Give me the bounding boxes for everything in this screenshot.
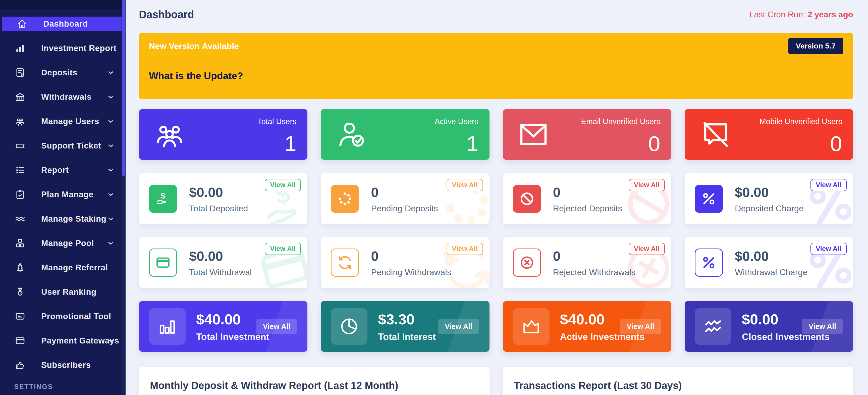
chevron-down-icon: [106, 68, 115, 77]
ticket-icon: [14, 140, 26, 151]
view-all-button[interactable]: View All: [629, 243, 665, 255]
summary-card-rejected-deposits: 0 Rejected Deposits View All: [503, 173, 671, 224]
sidebar-item-manage-users[interactable]: Manage Users: [0, 114, 126, 129]
sidebar-item-label: Manage Pool: [41, 239, 94, 248]
sidebar-item-manage-staking[interactable]: Manage Staking: [0, 212, 126, 226]
summary-card-total-withdrawal: $0.00 Total Withdrawal View All: [139, 237, 307, 288]
stat-card-mobile-unverified-users: Mobile Unverified Users 0: [685, 109, 853, 160]
view-all-button[interactable]: View All: [446, 243, 483, 255]
view-all-button[interactable]: View All: [256, 319, 297, 334]
investment-card-active-investments: $40.00 Active Investments View All: [503, 301, 671, 352]
sidebar-item-payment-gateways[interactable]: Payment Gateways: [0, 333, 126, 348]
summary-value: 0: [371, 248, 451, 264]
summary-value: 0: [553, 184, 622, 200]
view-all-button[interactable]: View All: [265, 179, 301, 191]
svg-text:Ad: Ad: [18, 314, 23, 318]
sidebar-item-promotional-tool[interactable]: Ad Promotional Tool: [0, 309, 126, 324]
sidebar-scrollbar-thumb[interactable]: [122, 0, 125, 176]
invoice-dollar-icon: $: [14, 67, 26, 78]
sidebar-item-deposits[interactable]: $ Deposits: [0, 65, 126, 80]
sidebar-item-label: Investment Report: [41, 43, 117, 53]
sidebar-top-strip: [0, 0, 126, 9]
summary-label: Withdrawal Charge: [735, 267, 807, 277]
sidebar-item-label: User Ranking: [41, 287, 96, 297]
sidebar-settings-header: SETTINGS: [14, 383, 126, 391]
stat-card-active-users: Active Users 1: [321, 109, 489, 160]
summary-label: Deposited Charge: [735, 204, 804, 213]
sidebar-item-manage-pool[interactable]: Manage Pool: [0, 236, 126, 250]
sidebar-item-label: Withdrawals: [41, 92, 92, 102]
tree-icon: [14, 262, 26, 273]
svg-text:$: $: [21, 72, 23, 77]
medal-icon: [14, 286, 26, 298]
main-content: Dashboard Last Cron Run: 2 years ago New…: [126, 0, 868, 395]
sidebar-item-dashboard[interactable]: Dashboard: [2, 17, 126, 31]
view-all-button[interactable]: View All: [265, 243, 301, 255]
summary-card-withdrawal-charge: $0.00 Withdrawal Charge View All: [685, 237, 853, 288]
sidebar-item-report[interactable]: Report: [0, 163, 126, 177]
sidebar-item-investment-report[interactable]: Investment Report: [0, 41, 126, 56]
bars-outline-icon: [149, 308, 186, 345]
investment-card-total-interest: $3.30 Total Interest View All: [321, 301, 489, 352]
chevron-down-icon: [106, 142, 115, 150]
stat-card-total-users: Total Users 1: [139, 109, 307, 160]
ban-icon: [513, 185, 541, 213]
sidebar-item-plan-manage[interactable]: Plan Manage: [0, 187, 126, 202]
summary-value: $0.00: [735, 184, 804, 200]
home-icon: [17, 18, 28, 29]
percent-icon: [695, 248, 723, 277]
view-all-button[interactable]: View All: [438, 319, 479, 334]
sidebar-item-manage-referral[interactable]: Manage Referral: [0, 260, 126, 275]
users-group-icon: [153, 118, 186, 151]
monthly-report-title: Monthly Deposit & Withdraw Report (Last …: [150, 380, 478, 391]
sidebar-item-subscribers[interactable]: Subscribers: [0, 358, 126, 372]
view-all-button[interactable]: View All: [446, 179, 483, 191]
last-cron-run: Last Cron Run: 2 years ago: [749, 10, 853, 19]
cron-label: Last Cron Run:: [749, 10, 805, 19]
view-all-button[interactable]: View All: [810, 179, 847, 191]
view-all-button[interactable]: View All: [629, 179, 665, 191]
view-all-button[interactable]: View All: [620, 319, 661, 334]
page-header: Dashboard Last Cron Run: 2 years ago: [139, 5, 853, 24]
stat-label: Total Users: [257, 117, 297, 126]
view-all-button[interactable]: View All: [810, 243, 847, 255]
envelope-icon: [517, 118, 550, 151]
banner-header: New Version Available Version 5.7: [139, 33, 853, 59]
stat-label: Mobile Unverified Users: [760, 117, 842, 126]
investment-card-closed-investments: $0.00 Closed Investments View All: [685, 301, 853, 352]
deposit-withdraw-summary-grid: $ $ $0.00 Total Deposited View All 0 Pen…: [139, 173, 853, 288]
summary-label: Pending Withdrawals: [371, 267, 451, 277]
user-check-icon: [335, 118, 367, 151]
stat-label: Email Unverified Users: [581, 117, 660, 126]
summary-label: Pending Deposits: [371, 204, 438, 213]
cron-value: 2 years ago: [807, 10, 853, 19]
summary-label: Rejected Deposits: [553, 204, 622, 213]
zigzag-icon: [695, 308, 732, 345]
area-icon: [513, 308, 550, 345]
chart-bar-icon: [14, 43, 26, 54]
spinner-icon: [331, 185, 359, 213]
sidebar-item-withdrawals[interactable]: Withdrawals: [0, 90, 126, 104]
stat-card-email-unverified-users: Email Unverified Users 0: [503, 109, 671, 160]
sidebar-item-label: Support Ticket: [41, 141, 101, 151]
waves-icon: [14, 213, 26, 224]
svg-text:$: $: [161, 191, 165, 200]
stat-value: 1: [284, 133, 297, 154]
update-question-link[interactable]: What is the Update?: [149, 70, 243, 82]
bank-icon: [14, 91, 26, 102]
sidebar-item-label: Plan Manage: [41, 190, 93, 199]
view-all-button[interactable]: View All: [802, 319, 843, 334]
sidebar-item-user-ranking[interactable]: User Ranking: [0, 285, 126, 299]
sidebar-item-label: Manage Users: [41, 117, 99, 126]
sidebar-item-support-ticket[interactable]: Support Ticket: [0, 139, 126, 153]
clipboard-check-icon: [14, 189, 26, 200]
version-button[interactable]: Version 5.7: [788, 38, 843, 54]
pie-icon: [331, 308, 367, 345]
stat-value: 1: [466, 133, 478, 154]
reports-row: Monthly Deposit & Withdraw Report (Last …: [139, 367, 853, 395]
list-icon: [14, 164, 26, 176]
summary-value: $0.00: [189, 184, 248, 200]
sms-slash-icon: [699, 118, 732, 151]
summary-label: Rejected Withdrawals: [553, 267, 636, 277]
hand-dollar-icon: $: [149, 185, 177, 213]
